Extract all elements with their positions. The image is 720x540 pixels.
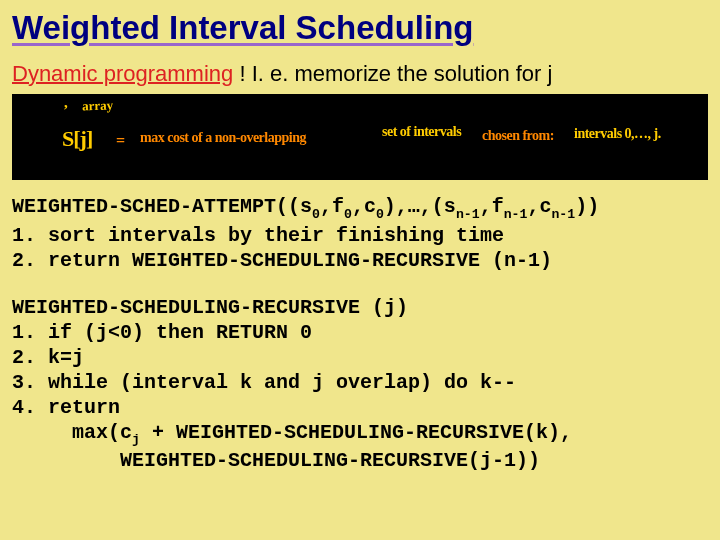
board-sj: S[j] xyxy=(62,126,92,152)
slide: Weighted Interval Scheduling Dynamic pro… xyxy=(0,0,720,540)
c1-subnc: n-1 xyxy=(551,207,575,222)
c2-l4: 3. while (interval k and j overlap) do k… xyxy=(12,371,516,394)
c2-l1: WEIGHTED-SCHEDULING-RECURSIVE (j) xyxy=(12,296,408,319)
c2-l6sub: j xyxy=(132,432,140,447)
c2-l3: 2. k=j xyxy=(12,346,84,369)
c1-l1g: )) xyxy=(575,195,599,218)
subtitle-rest: ! I. e. memorize the solution for j xyxy=(233,61,552,86)
c2-l6a: max(c xyxy=(12,421,132,444)
c2-l7: WEIGHTED-SCHEDULING-RECURSIVE(j-1)) xyxy=(12,449,540,472)
subtitle-emphasis: Dynamic programming xyxy=(12,61,233,86)
c1-subna: n-1 xyxy=(456,207,480,222)
c1-sub0b: 0 xyxy=(344,207,352,222)
c1-l1c: ,c xyxy=(352,195,376,218)
board-desc-3: chosen from: xyxy=(482,128,554,144)
board-eq: = xyxy=(116,132,125,150)
board-desc-1: max cost of a non-overlapping xyxy=(140,130,306,146)
subtitle: Dynamic programming ! I. e. memorize the… xyxy=(12,60,708,89)
board-scribble: , xyxy=(64,94,68,111)
c1-l3: 2. return WEIGHTED-SCHEDULING-RECURSIVE … xyxy=(12,249,552,272)
c1-sub0c: 0 xyxy=(376,207,384,222)
code-block-2: WEIGHTED-SCHEDULING-RECURSIVE (j) 1. if … xyxy=(12,295,708,474)
blackboard: , array S[j] = max cost of a non-overlap… xyxy=(12,94,708,180)
c1-l1a: WEIGHTED-SCHED-ATTEMPT((s xyxy=(12,195,312,218)
c2-l6b: + WEIGHTED-SCHEDULING-RECURSIVE(k), xyxy=(140,421,572,444)
board-desc-4: intervals 0,…, j. xyxy=(574,126,661,142)
c1-l1b: ,f xyxy=(320,195,344,218)
c1-l1e: ,f xyxy=(480,195,504,218)
c1-l1d: ),…,(s xyxy=(384,195,456,218)
board-desc-2: set of intervals xyxy=(382,124,461,140)
c1-l1f: ,c xyxy=(527,195,551,218)
c2-l5: 4. return xyxy=(12,396,120,419)
board-array-label: array xyxy=(82,98,114,115)
c2-l2: 1. if (j<0) then RETURN 0 xyxy=(12,321,312,344)
code-block-1: WEIGHTED-SCHED-ATTEMPT((s0,f0,c0),…,(sn-… xyxy=(12,194,708,273)
c1-subnb: n-1 xyxy=(504,207,528,222)
slide-title: Weighted Interval Scheduling xyxy=(12,8,708,48)
c1-sub0a: 0 xyxy=(312,207,320,222)
c1-l2: 1. sort intervals by their finishing tim… xyxy=(12,224,504,247)
